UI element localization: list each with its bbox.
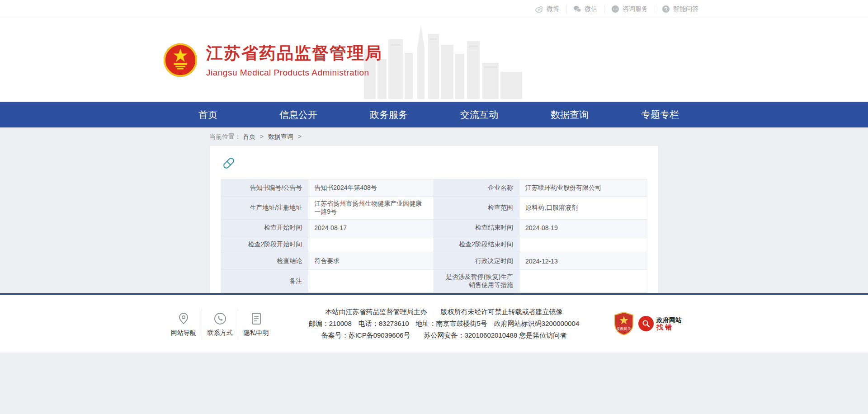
document-icon: [251, 312, 262, 325]
site-header: 江苏省药品监督管理局 Jiangsu Medical Products Admi…: [0, 18, 868, 102]
site-footer: 网站导航 联系方式: [0, 293, 868, 353]
table-row: 检查2阶段开始时间 检查2阶段结束时间: [221, 236, 647, 253]
nav-item-interaction[interactable]: 交流互动: [434, 102, 524, 127]
topbar-item-wechat[interactable]: 微信: [566, 5, 604, 13]
topbar-item-smart-qa[interactable]: 智能问答: [655, 5, 705, 13]
weibo-icon: [535, 5, 543, 13]
nav-item-gov-services[interactable]: 政务服务: [344, 102, 434, 127]
topbar-item-label: 咨询服务: [623, 5, 648, 13]
badge-text-gov-site: 政府网站: [656, 316, 682, 324]
topbar-item-label: 智能问答: [673, 5, 698, 13]
inspection-detail-table: 告知书编号/公告号 告知书2024年第408号 企业名称 江苏联环药业股份有限公…: [221, 179, 647, 293]
footer-link-contact[interactable]: 联系方式: [202, 309, 238, 339]
cell-value: [308, 270, 434, 293]
main-nav: 首页 信息公开 政务服务 交流互动 数据查询 专题专栏: [0, 102, 868, 127]
footer-line-host: 本站由江苏省药品监督管理局主办 版权所有未经许可禁止转载或者建立镜像: [280, 306, 608, 318]
table-row: 检查开始时间 2024-08-17 检查结束时间 2024-08-19: [221, 220, 647, 236]
cell-value: 2024-12-13: [519, 253, 647, 270]
cell-value: 2024-08-19: [519, 220, 647, 236]
cell-label: 检查开始时间: [221, 220, 308, 236]
cell-label: 生产地址/注册地址: [221, 197, 308, 220]
topbar-item-label: 微博: [547, 5, 559, 13]
site-title-en: Jiangsu Medical Products Administration: [206, 68, 382, 78]
topbar-item-label: 微信: [585, 5, 597, 13]
cell-value: 2024-08-17: [308, 220, 434, 236]
cell-value: [519, 236, 647, 253]
breadcrumb-separator: >: [260, 133, 264, 140]
cell-value: 江苏省扬州市扬州生物健康产业园健康一路9号: [308, 197, 434, 220]
smart-qa-icon: [662, 5, 670, 13]
national-emblem-logo: [163, 42, 198, 78]
cell-label: 检查2阶段开始时间: [221, 236, 308, 253]
breadcrumb-separator: >: [298, 133, 302, 140]
cell-label: 检查结论: [221, 253, 308, 270]
phone-icon: [214, 312, 226, 325]
footer-link-label: 联系方式: [202, 329, 238, 337]
nav-item-info-disclosure[interactable]: 信息公开: [253, 102, 344, 127]
cell-label: 检查范围: [434, 197, 519, 220]
table-row: 告知书编号/公告号 告知书2024年第408号 企业名称 江苏联环药业股份有限公…: [221, 180, 647, 197]
footer-badges: 党政机关 政府网站 找错: [614, 312, 705, 335]
topbar-item-weibo[interactable]: 微博: [528, 5, 566, 13]
party-gov-badge[interactable]: 党政机关: [614, 312, 634, 335]
table-row: 检查结论 符合要求 行政决定时间 2024-12-13: [221, 253, 647, 270]
cell-value: 江苏联环药业股份有限公司: [519, 180, 647, 197]
footer-text: 本站由江苏省药品监督管理局主办 版权所有未经许可禁止转载或者建立镜像 邮编：21…: [274, 306, 614, 341]
cell-label: 备注: [221, 270, 308, 293]
svg-text:党政机关: 党政机关: [617, 327, 631, 331]
cell-value: 原料药,口服溶液剂: [519, 197, 647, 220]
site-title-cn: 江苏省药品监督管理局: [206, 42, 382, 65]
footer-line-contact: 邮编：210008 电话：83273610 地址：南京市鼓楼街5号 政府网站标识…: [280, 318, 608, 329]
cell-label: 行政决定时间: [434, 253, 519, 270]
breadcrumb-link-home[interactable]: 首页: [243, 133, 255, 140]
cell-label: 告知书编号/公告号: [221, 180, 308, 197]
cell-value: [308, 236, 434, 253]
footer-line-icp: 备案号：苏ICP备09039606号 苏公网安备：32010602010488 …: [280, 329, 608, 341]
city-skyline-decoration: [364, 21, 527, 99]
wechat-icon: [573, 5, 581, 13]
cell-label: 检查2阶段结束时间: [434, 236, 519, 253]
badge-text-find-error: 找错: [656, 324, 682, 331]
cell-value: 符合要求: [308, 253, 434, 270]
site-title-block: 江苏省药品监督管理局 Jiangsu Medical Products Admi…: [206, 42, 382, 78]
footer-link-label: 网站导航: [165, 329, 202, 337]
nav-item-special-topics[interactable]: 专题专栏: [615, 102, 705, 127]
pill-icon: [222, 156, 236, 170]
nav-item-data-query[interactable]: 数据查询: [524, 102, 615, 127]
footer-links: 网站导航 联系方式: [163, 309, 274, 339]
cell-label: 是否涉及暂停(恢复)生产销售使用等措施: [434, 270, 519, 293]
cell-label: 检查结束时间: [434, 220, 519, 236]
table-row: 备注 是否涉及暂停(恢复)生产销售使用等措施: [221, 270, 647, 293]
breadcrumb-link-data-query[interactable]: 数据查询: [268, 133, 293, 140]
nav-item-home[interactable]: 首页: [163, 102, 253, 127]
magnifier-seal-icon: [638, 316, 654, 331]
topbar: 微博 微信 咨询服务 智能问答: [0, 0, 868, 18]
gov-site-error-report-badge[interactable]: 政府网站 找错: [638, 316, 682, 331]
footer-link-privacy[interactable]: 隐私申明: [238, 309, 274, 339]
cell-value: 告知书2024年第408号: [308, 180, 434, 197]
footer-link-label: 隐私申明: [238, 329, 274, 337]
map-pin-icon: [178, 312, 189, 325]
consult-service-icon: [611, 5, 619, 13]
cell-value: [519, 270, 647, 293]
main-content-area: 当前位置： 首页 > 数据查询 >: [0, 127, 868, 293]
table-row: 生产地址/注册地址 江苏省扬州市扬州生物健康产业园健康一路9号 检查范围 原料药…: [221, 197, 647, 220]
cell-label: 企业名称: [434, 180, 519, 197]
inspection-detail-card: 告知书编号/公告号 告知书2024年第408号 企业名称 江苏联环药业股份有限公…: [209, 146, 659, 306]
topbar-item-consult[interactable]: 咨询服务: [604, 5, 655, 13]
footer-link-sitemap[interactable]: 网站导航: [165, 309, 202, 339]
breadcrumb-prefix: 当前位置：: [209, 133, 241, 140]
breadcrumb: 当前位置： 首页 > 数据查询 >: [209, 127, 659, 146]
